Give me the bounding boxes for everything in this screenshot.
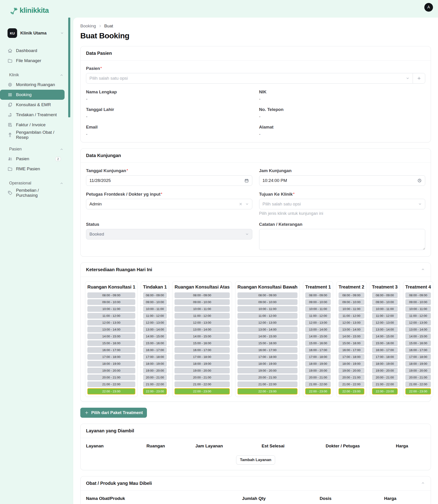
room-card: Treatment 2 08:00 - 09:00 09:00 - 10:00 … [336,281,366,397]
sidebar-section-klinik[interactable]: Klinik [0,73,68,77]
required-asterisk: * [100,66,102,70]
time-slot-busy: 13:00 - 14:00 [372,327,398,332]
tanggal-kunjungan-input[interactable]: 11/28/2025 [86,175,252,186]
time-slot-busy: 21:00 - 22:00 [305,381,331,387]
collapse-availability-button[interactable] [421,267,425,272]
time-slot-busy: 18:00 - 19:00 [87,361,135,367]
select-value: Admin [89,202,239,207]
time-slot-busy: 14:00 - 15:00 [238,334,297,339]
time-slot-busy: 09:00 - 10:00 [87,299,135,305]
time-slot-busy: 21:00 - 22:00 [339,381,364,387]
time-slot-available[interactable]: 22:00 - 23:00 [339,388,364,394]
time-value: 10:24:00 PM [263,178,417,183]
sidebar-item-label: Pembelian / Purchasing [16,188,61,198]
plus-icon [417,76,421,80]
time-slot-available[interactable]: 22:00 - 23:00 [372,388,398,394]
sidebar-item-pasien[interactable]: Pasien 2 [0,154,65,164]
time-slot-available[interactable]: 22:00 - 23:00 [405,388,431,394]
sidebar-item-tindakan-treatment[interactable]: Tindakan / Treatment [0,110,65,120]
layanan-card: Layanan yang Diambil Layanan Ruangan Jam… [80,424,431,470]
sidebar-item-pembelian-purchasing[interactable]: Pembelian / Purchasing [0,188,65,198]
pasien-select[interactable]: Pilih salah satu opsi [86,73,413,84]
time-slot-available[interactable]: 22:00 - 23:00 [238,388,297,394]
time-slot-busy: 17:00 - 18:00 [305,354,331,360]
time-slot-busy: 08:00 - 09:00 [339,292,364,298]
time-slot-busy: 17:00 - 18:00 [339,354,364,360]
obat-table-header: Nama Obat/Produk Jumlah Qty Dosis Harga [86,496,425,501]
time-slot-busy: 14:00 - 15:00 [143,334,167,339]
tujuan-select[interactable]: Pilih salah satu opsi [259,199,426,209]
time-slot-busy: 08:00 - 09:00 [405,292,431,298]
chevron-up-icon [60,181,63,185]
time-slot-busy: 10:00 - 11:00 [87,306,135,312]
time-slot-available[interactable]: 22:00 - 23:00 [175,388,230,394]
petugas-select[interactable]: Admin [86,199,252,209]
time-slot-busy: 15:00 - 16:00 [143,340,167,346]
pasien-count-badge: 2 [55,157,61,161]
sidebar-section-operasional[interactable]: Operasional [0,181,68,186]
user-avatar[interactable]: A [424,3,433,12]
time-slot-busy: 10:00 - 11:00 [372,306,398,312]
time-slot-busy: 13:00 - 14:00 [339,327,364,332]
field-value: - [86,97,87,101]
tenant-switcher[interactable]: KU Klinik Utama [8,28,64,38]
time-slot-busy: 14:00 - 15:00 [372,334,398,339]
tambah-layanan-button[interactable]: Tambah Layanan [236,455,275,465]
add-pasien-button[interactable] [413,73,425,84]
time-slot-busy: 18:00 - 19:00 [305,361,331,367]
room-name: Treatment 2 [339,284,364,290]
sidebar-item-faktur-invoice[interactable]: Faktur / Invoice [0,120,65,130]
card-title: Obat / Produk yang Mau Dibeli [86,481,152,486]
time-slot-busy: 09:00 - 10:00 [405,299,431,305]
room-card: Ruangan Konsultasi 1 08:00 - 09:00 09:00… [85,281,138,397]
clear-x-icon[interactable] [239,202,242,206]
status-select[interactable]: Booked [86,229,252,239]
time-slot-available[interactable]: 22:00 - 23:00 [305,388,331,394]
sidebar-item-konsultasi-emr[interactable]: Konsultasi & EMR [0,100,65,110]
sidebar-item-booking[interactable]: Booking [0,90,65,100]
calendar-icon[interactable] [244,178,249,183]
time-slot-busy: 09:00 - 10:00 [143,299,167,305]
breadcrumb-current: Buat [104,23,113,29]
breadcrumb-parent[interactable]: Booking [80,23,96,29]
catatan-field: Catatan / Keterangan [259,222,426,251]
time-slot-busy: 16:00 - 17:00 [238,347,297,353]
folder-icon [8,58,12,63]
time-slot-busy: 16:00 - 17:00 [175,347,230,353]
time-slot-busy: 18:00 - 19:00 [143,361,167,367]
time-slot-busy: 17:00 - 18:00 [143,354,167,360]
room-name: Ruangan Konsultasi Bawah [238,284,297,290]
tujuan-helper-text: Pilih jenis klinik untuk kunjungan ini [259,211,426,216]
sidebar-item-file-manager[interactable]: File Manager [0,56,65,66]
select-placeholder: Pilih salah satu opsi [263,202,418,207]
clock-icon[interactable] [417,178,422,183]
column-header: Ruangan [132,444,179,448]
section-label: Pasien [9,147,22,152]
column-header: Nama Obat/Produk [86,496,212,501]
collapse-obat-button[interactable] [421,481,425,486]
required-asterisk: * [161,192,162,196]
time-slot-busy: 11:00 - 12:00 [238,313,297,319]
time-slot-busy: 12:00 - 13:00 [238,320,297,325]
sidebar-item-dashboard[interactable]: Dashboard [0,46,65,56]
page-title: Buat Booking [80,31,431,40]
time-slot-available[interactable]: 22:00 - 23:00 [87,388,135,394]
brand-logo[interactable]: klinikkita [0,0,68,15]
catatan-textarea[interactable] [259,229,426,250]
time-slot-busy: 08:00 - 09:00 [87,292,135,298]
sidebar-scrollbar[interactable] [68,18,70,117]
time-slot-busy: 20:00 - 21:00 [339,375,364,380]
sidebar-item-pengambilan-obat-resep[interactable]: Pengambilan Obat / Resep [0,130,65,140]
time-slot-busy: 21:00 - 22:00 [175,381,230,387]
jam-kunjungan-input[interactable]: 10:24:00 PM [259,175,426,186]
time-slot-busy: 08:00 - 09:00 [143,292,167,298]
time-slot-available[interactable]: 22:00 - 23:00 [143,388,167,394]
sidebar-section-pasien[interactable]: Pasien [0,147,68,152]
room-name: Treatment 3 [372,284,398,290]
time-slot-busy: 12:00 - 13:00 [305,320,331,325]
sidebar-item-rme-pasien[interactable]: RME Pasien [0,164,65,174]
sidebar-item-monitoring-ruangan[interactable]: Monitoring Ruangan [0,80,65,90]
time-slot-busy: 13:00 - 14:00 [305,327,331,332]
pilih-paket-treatment-button[interactable]: Pilih dari Paket Treatment [80,408,147,418]
time-slot-busy: 17:00 - 18:00 [175,354,230,360]
